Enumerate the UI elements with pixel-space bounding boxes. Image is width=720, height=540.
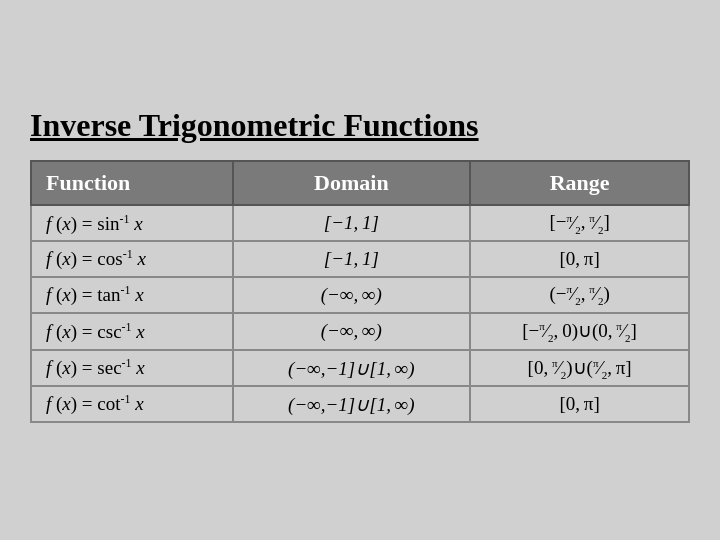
page-title: Inverse Trigonometric Functions — [30, 107, 690, 144]
table-row: f (x) = csc-1 x(−∞, ∞)[−π⁄2, 0)∪(0, π⁄2] — [31, 313, 689, 350]
cell-domain: [−1, 1] — [233, 205, 471, 241]
table-row: f (x) = cot-1 x(−∞,−1]∪[1, ∞)[0, π] — [31, 386, 689, 421]
cell-range: [0, π] — [470, 241, 689, 276]
cell-function: f (x) = csc-1 x — [31, 313, 233, 350]
cell-range: (−π⁄2, π⁄2) — [470, 277, 689, 313]
cell-range: [0, π⁄2)∪(π⁄2, π] — [470, 350, 689, 387]
cell-range: [0, π] — [470, 386, 689, 421]
cell-function: f (x) = sin-1 x — [31, 205, 233, 241]
cell-function: f (x) = tan-1 x — [31, 277, 233, 313]
cell-range: [−π⁄2, 0)∪(0, π⁄2] — [470, 313, 689, 350]
header-range: Range — [470, 161, 689, 205]
cell-domain: (−∞,−1]∪[1, ∞) — [233, 386, 471, 421]
cell-domain: [−1, 1] — [233, 241, 471, 276]
header-domain: Domain — [233, 161, 471, 205]
table-row: f (x) = cos-1 x[−1, 1][0, π] — [31, 241, 689, 276]
cell-range: [−π⁄2, π⁄2] — [470, 205, 689, 241]
table-row: f (x) = sin-1 x[−1, 1][−π⁄2, π⁄2] — [31, 205, 689, 241]
cell-function: f (x) = sec-1 x — [31, 350, 233, 387]
cell-domain: (−∞, ∞) — [233, 313, 471, 350]
main-container: Inverse Trigonometric Functions Function… — [10, 97, 710, 443]
table-row: f (x) = tan-1 x(−∞, ∞)(−π⁄2, π⁄2) — [31, 277, 689, 313]
trig-table: Function Domain Range f (x) = sin-1 x[−1… — [30, 160, 690, 423]
table-row: f (x) = sec-1 x(−∞,−1]∪[1, ∞)[0, π⁄2)∪(π… — [31, 350, 689, 387]
cell-function: f (x) = cos-1 x — [31, 241, 233, 276]
header-function: Function — [31, 161, 233, 205]
cell-domain: (−∞,−1]∪[1, ∞) — [233, 350, 471, 387]
cell-function: f (x) = cot-1 x — [31, 386, 233, 421]
cell-domain: (−∞, ∞) — [233, 277, 471, 313]
